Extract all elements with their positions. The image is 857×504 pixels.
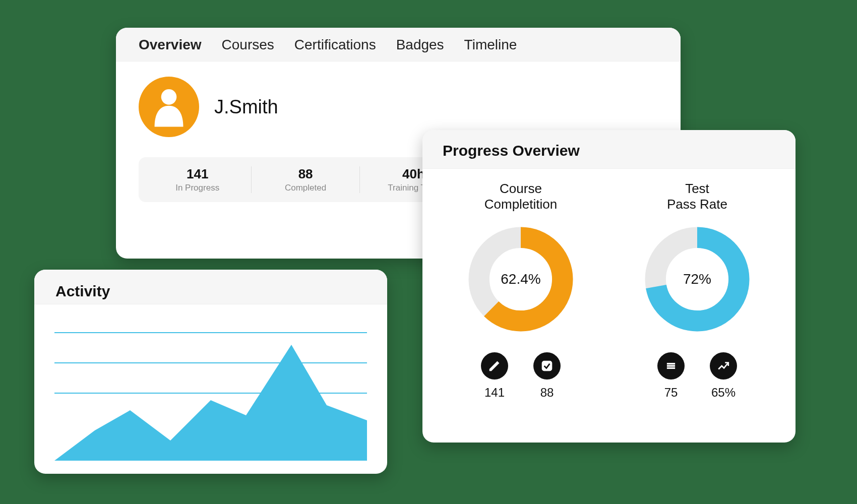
activity-header: Activity bbox=[34, 270, 387, 304]
metric-value: 75 bbox=[657, 386, 685, 400]
donut-value: 72% bbox=[683, 271, 711, 287]
svg-point-0 bbox=[161, 89, 177, 105]
tab-courses[interactable]: Courses bbox=[222, 37, 274, 53]
donut-value: 62.4% bbox=[501, 271, 540, 287]
course-completion-donut: 62.4% bbox=[463, 221, 579, 337]
activity-chart bbox=[34, 304, 387, 471]
progress-overview-card: Progress Overview Course Completition 62… bbox=[422, 130, 795, 443]
activity-title: Activity bbox=[55, 283, 366, 300]
activity-area-chart bbox=[54, 330, 367, 461]
tab-certifications[interactable]: Certifications bbox=[294, 37, 376, 53]
test-metrics-row: 75 65% bbox=[609, 352, 785, 400]
metric-value: 141 bbox=[481, 386, 508, 400]
svg-rect-6 bbox=[667, 363, 675, 364]
check-icon bbox=[533, 352, 561, 380]
donut-title: Course Completition bbox=[433, 181, 609, 212]
stat-value: 141 bbox=[153, 166, 242, 182]
pencil-icon bbox=[481, 352, 508, 380]
metric-value: 88 bbox=[533, 386, 561, 400]
trend-up-icon bbox=[710, 352, 737, 380]
stat-label: Completed bbox=[261, 183, 350, 193]
donut-title: Test Pass Rate bbox=[609, 181, 785, 212]
tab-timeline[interactable]: Timeline bbox=[464, 37, 517, 53]
metric-tests: 75 bbox=[657, 352, 685, 400]
list-icon bbox=[657, 352, 685, 380]
avatar-icon bbox=[151, 87, 187, 127]
course-metrics-row: 141 88 bbox=[433, 352, 609, 400]
stat-label: In Progress bbox=[153, 183, 242, 193]
stat-completed: 88 Completed bbox=[252, 166, 359, 193]
metric-in-progress: 141 bbox=[481, 352, 508, 400]
progress-body: Course Completition 62.4% 141 bbox=[422, 169, 795, 410]
activity-card: Activity bbox=[34, 270, 387, 474]
progress-header: Progress Overview bbox=[422, 130, 795, 169]
stat-in-progress: 141 In Progress bbox=[144, 166, 252, 193]
stat-value: 88 bbox=[261, 166, 350, 182]
user-name: J.Smith bbox=[214, 96, 278, 118]
metric-value: 65% bbox=[710, 386, 737, 400]
avatar bbox=[139, 77, 199, 137]
svg-rect-8 bbox=[667, 368, 675, 369]
tab-overview[interactable]: Overview bbox=[139, 37, 202, 53]
course-completion-column: Course Completition 62.4% 141 bbox=[433, 181, 609, 400]
metric-pass-rate: 65% bbox=[710, 352, 737, 400]
tab-badges[interactable]: Badges bbox=[396, 37, 444, 53]
svg-rect-7 bbox=[667, 365, 675, 366]
test-pass-rate-donut: 72% bbox=[639, 221, 755, 337]
test-pass-rate-column: Test Pass Rate 72% 75 bbox=[609, 181, 785, 400]
metric-completed: 88 bbox=[533, 352, 561, 400]
progress-title: Progress Overview bbox=[443, 142, 775, 159]
svg-rect-3 bbox=[542, 361, 552, 371]
tab-bar: Overview Courses Certifications Badges T… bbox=[116, 28, 681, 61]
